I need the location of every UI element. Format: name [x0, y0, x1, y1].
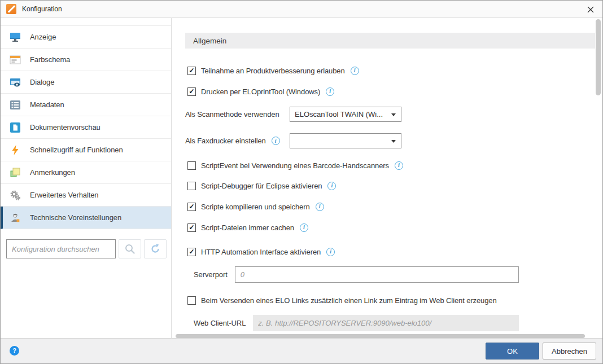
- ok-button[interactable]: OK: [486, 343, 539, 359]
- document-preview-icon: [8, 122, 22, 133]
- elo-logo-icon: [6, 4, 16, 14]
- vertical-scrollbar[interactable]: [596, 19, 601, 95]
- sidebar-search-row: [6, 239, 167, 258]
- checkbox[interactable]: ✓: [187, 223, 196, 232]
- setting-label: Teilnahme an Produktverbesserung erlaube…: [201, 67, 345, 75]
- setting-row-web-client-url: Web Client-URL: [194, 315, 519, 331]
- info-icon[interactable]: i: [326, 87, 334, 96]
- sidebar-item-dokumentenvorschau[interactable]: Dokumentenvorschau: [1, 116, 171, 139]
- sidebar-item-label: Anmerkungen: [30, 168, 75, 177]
- info-icon[interactable]: i: [326, 248, 335, 256]
- footer-buttons: OK Abbrechen: [486, 343, 596, 359]
- setting-row-script-cache: ✓ Script-Dateien immer cachen i: [187, 222, 308, 233]
- cancel-button[interactable]: Abbrechen: [543, 343, 596, 359]
- setting-label: HTTP Automation Interface aktivieren: [201, 248, 321, 256]
- metadata-list-icon: [8, 100, 22, 110]
- sidebar-item-anzeige[interactable]: Anzeige: [1, 26, 171, 49]
- lightning-icon: [8, 144, 22, 156]
- info-icon[interactable]: i: [327, 182, 336, 190]
- sidebar-item-label: Dialoge: [30, 78, 54, 86]
- setting-label: Drucken per ELOprintTool (Windows): [201, 87, 320, 96]
- setting-label: Script-Debugger für Eclipse aktivieren: [201, 182, 322, 190]
- colorscheme-icon: [8, 55, 22, 65]
- sticky-notes-icon: [8, 167, 22, 178]
- setting-row-script-debugger: Script-Debugger für Eclipse aktivieren i: [187, 181, 336, 191]
- sidebar-item-label: Schnellzugriff auf Funktionen: [30, 146, 123, 154]
- setting-label: Serverport: [194, 270, 228, 279]
- setting-row-serverport: Serverport: [194, 266, 519, 283]
- help-icon[interactable]: ?: [10, 346, 19, 356]
- scanmethode-dropdown[interactable]: ELOscanTool TWAIN (Wi...: [290, 107, 401, 122]
- setting-row-faxdrucker: Als Faxdrucker einstellen i: [185, 133, 280, 148]
- search-button[interactable]: [119, 239, 141, 258]
- refresh-icon: [150, 243, 161, 255]
- checkbox[interactable]: ✓: [187, 87, 196, 96]
- setting-label: Scripte kompilieren und speichern: [201, 203, 310, 211]
- configuration-dialog: Konfiguration Anzeige Farbschema: [0, 0, 603, 364]
- checkbox[interactable]: ✓: [187, 203, 196, 211]
- setting-row-scanmethode: Als Scanmethode verwenden: [185, 107, 279, 122]
- gears-icon: [8, 190, 22, 201]
- info-icon[interactable]: i: [351, 67, 359, 75]
- sidebar-item-label: Dokumentenvorschau: [30, 123, 100, 131]
- close-icon: [587, 6, 595, 14]
- setting-row-eloprinttool: ✓ Drucken per ELOprintTool (Windows) i: [187, 86, 334, 97]
- sidebar: Anzeige Farbschema Dialoge Metadaten: [1, 18, 172, 339]
- sidebar-item-label: Farbschema: [30, 55, 70, 64]
- search-input[interactable]: [6, 239, 116, 258]
- setting-row-http-automation: ✓ HTTP Automation Interface aktivieren i: [187, 247, 335, 257]
- checkbox[interactable]: ✓: [187, 248, 196, 256]
- setting-label: ScriptEvent bei Verwendung eines Barcode…: [201, 161, 389, 170]
- checkbox[interactable]: [187, 161, 196, 170]
- sidebar-item-label: Metadaten: [30, 100, 64, 109]
- info-icon[interactable]: i: [272, 137, 280, 145]
- setting-label: Script-Dateien immer cachen: [201, 223, 294, 232]
- dropdown-value: ELOscanTool TWAIN (Wi...: [295, 110, 383, 119]
- serverport-input[interactable]: [235, 266, 519, 283]
- chevron-down-icon: [391, 113, 396, 116]
- monitor-icon: [8, 32, 22, 42]
- sidebar-item-erweitertes-verhalten[interactable]: Erweitertes Verhalten: [1, 184, 171, 207]
- setting-row-scripte-kompilieren: ✓ Scripte kompilieren und speichern i: [187, 201, 324, 212]
- sidebar-item-label: Technische Voreinstellungen: [30, 213, 121, 222]
- setting-row-produktverbesserung: ✓ Teilnahme an Produktverbesserung erlau…: [187, 65, 359, 76]
- settings-panel: Allgemein ✓ Teilnahme an Produktverbesse…: [172, 18, 602, 339]
- checkbox[interactable]: [187, 182, 196, 190]
- setting-label: Als Scanmethode verwenden: [185, 110, 279, 119]
- setting-label: Als Faxdrucker einstellen: [185, 137, 266, 145]
- sidebar-item-metadaten[interactable]: Metadaten: [1, 94, 171, 116]
- faxdrucker-dropdown[interactable]: [290, 133, 401, 148]
- close-button[interactable]: [583, 2, 598, 17]
- web-client-url-input: [253, 315, 519, 331]
- technician-icon: [8, 212, 22, 223]
- setting-row-scriptevent: ScriptEvent bei Verwendung eines Barcode…: [187, 160, 403, 170]
- footer-bar: ? OK Abbrechen: [1, 338, 602, 363]
- info-icon[interactable]: i: [395, 161, 403, 170]
- info-icon[interactable]: i: [316, 203, 324, 211]
- sidebar-nav: Anzeige Farbschema Dialoge Metadaten: [1, 25, 171, 229]
- section-title: Allgemein: [193, 37, 226, 45]
- sidebar-item-label: Anzeige: [30, 33, 56, 41]
- checkbox[interactable]: ✓: [187, 67, 196, 75]
- section-header: Allgemein: [185, 33, 595, 49]
- setting-label: Web Client-URL: [194, 319, 246, 327]
- sidebar-item-schnellzugriff[interactable]: Schnellzugriff auf Funktionen: [1, 139, 171, 161]
- search-icon: [124, 243, 136, 255]
- window-title: Konfiguration: [22, 5, 62, 13]
- sidebar-item-farbschema[interactable]: Farbschema: [1, 49, 171, 71]
- chevron-down-icon: [391, 140, 396, 143]
- setting-row-elo-link: Beim Versenden eines ELO Links zusätzlic…: [187, 295, 497, 305]
- sidebar-item-dialoge[interactable]: Dialoge: [1, 71, 171, 94]
- info-icon[interactable]: i: [300, 223, 308, 232]
- reset-search-button[interactable]: [144, 239, 167, 258]
- sidebar-item-label: Erweitertes Verhalten: [30, 191, 98, 199]
- setting-label: Beim Versenden eines ELO Links zusätzlic…: [201, 296, 497, 305]
- sidebar-item-technische-voreinstellungen[interactable]: Technische Voreinstellungen: [1, 207, 171, 229]
- horizontal-scrollbar[interactable]: [176, 334, 585, 338]
- dialog-window-icon: [8, 77, 22, 87]
- sidebar-item-anmerkungen[interactable]: Anmerkungen: [1, 161, 171, 184]
- checkbox[interactable]: [187, 296, 196, 305]
- title-bar: Konfiguration: [1, 1, 602, 18]
